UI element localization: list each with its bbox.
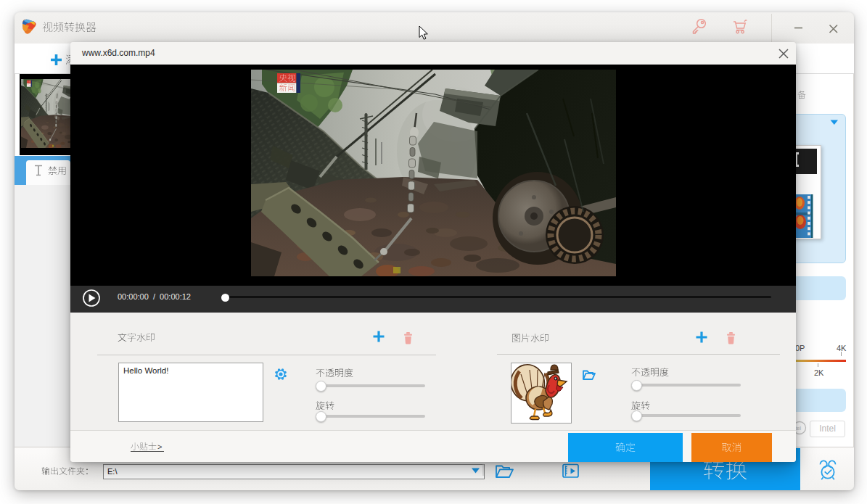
svg-text:>: >: [157, 442, 162, 451]
